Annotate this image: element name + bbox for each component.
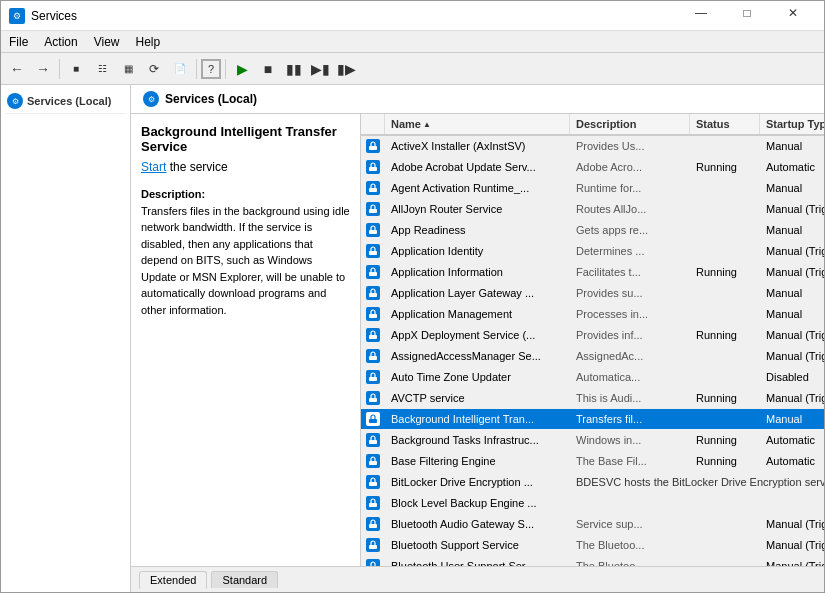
row-icon [366,328,380,342]
row-icon [366,391,380,405]
table-row[interactable]: Base Filtering Engine The Base Fil... Ru… [361,451,824,472]
detail-link-suffix: the service [166,160,227,174]
content-header: ⚙ Services (Local) [131,85,824,114]
content-header-label: Services (Local) [165,92,257,106]
row-icon [366,559,380,566]
row-name: Application Management [385,304,570,324]
tb-refresh[interactable]: ⟳ [142,57,166,81]
row-status [690,304,760,324]
row-startup: Manual (Trig... [760,325,824,345]
svg-rect-2 [369,188,377,192]
row-icon [366,307,380,321]
row-startup: Manual [760,136,824,156]
minimize-button[interactable]: — [678,0,724,28]
svg-rect-7 [369,293,377,297]
row-status [690,514,760,534]
table-row[interactable]: Agent Activation Runtime_... Runtime for… [361,178,824,199]
row-desc: The Bluetoo... [570,556,690,566]
row-name: Application Information [385,262,570,282]
sidebar-label: Services (Local) [27,95,111,107]
table-row[interactable]: Background Intelligent Tran... Transfers… [361,409,824,430]
row-name: Background Tasks Infrastruc... [385,430,570,450]
svg-rect-5 [369,251,377,255]
row-startup: Automatic [760,451,824,471]
tb-pause[interactable]: ▮▮ [282,57,306,81]
row-icon-cell [361,472,385,492]
row-status [690,493,760,513]
table-row[interactable]: AssignedAccessManager Se... AssignedAc..… [361,346,824,367]
menu-file[interactable]: File [1,33,36,50]
menu-view[interactable]: View [86,33,128,50]
close-button[interactable]: ✕ [770,0,816,28]
table-row[interactable]: AVCTP service This is Audi... Running Ma… [361,388,824,409]
maximize-button[interactable]: □ [724,0,770,28]
table-row[interactable]: AllJoyn Router Service Routes AllJo... M… [361,199,824,220]
table-row[interactable]: Bluetooth Support Service The Bluetoo...… [361,535,824,556]
table-row[interactable]: Background Tasks Infrastruc... Windows i… [361,430,824,451]
menu-help[interactable]: Help [128,33,169,50]
tb-forward[interactable]: → [31,57,55,81]
svg-rect-1 [369,167,377,171]
row-icon-cell [361,136,385,156]
row-name: AssignedAccessManager Se... [385,346,570,366]
table-row[interactable]: ActiveX Installer (AxInstSV) Provides Us… [361,136,824,157]
th-name[interactable]: Name ▲ [385,114,570,134]
table-row[interactable]: Bluetooth User Support Ser... The Blueto… [361,556,824,566]
row-desc: Service sup... [570,514,690,534]
table-row[interactable]: Bluetooth Audio Gateway S... Service sup… [361,514,824,535]
row-startup: Manual [760,409,824,429]
sidebar-header: ⚙ Services (Local) [5,89,126,114]
tb-list[interactable]: ☷ [90,57,114,81]
th-startup[interactable]: Startup Type [760,114,824,134]
row-icon-cell [361,241,385,261]
table-row[interactable]: App Readiness Gets apps re... Manual Loc… [361,220,824,241]
row-name: Application Identity [385,241,570,261]
row-icon [366,286,380,300]
menu-action[interactable]: Action [36,33,85,50]
tb-sep2 [196,59,197,79]
table-row[interactable]: Application Layer Gateway ... Provides s… [361,283,824,304]
row-icon [366,244,380,258]
row-name: AppX Deployment Service (... [385,325,570,345]
row-desc [570,493,690,513]
table-row[interactable]: Application Management Processes in... M… [361,304,824,325]
table-row[interactable]: Application Information Facilitates t...… [361,262,824,283]
tb-resume[interactable]: ▶▮ [308,57,332,81]
tb-stop[interactable]: ■ [256,57,280,81]
tb-properties[interactable]: ▦ [116,57,140,81]
table-header: Name ▲ Description Status Startup Type L… [361,114,824,136]
tb-back[interactable]: ← [5,57,29,81]
th-description[interactable]: Description [570,114,690,134]
row-desc: Automatica... [570,367,690,387]
sidebar-icon: ⚙ [7,93,23,109]
table-row[interactable]: AppX Deployment Service (... Provides in… [361,325,824,346]
row-startup: Disabled [760,367,824,387]
table-row[interactable]: Application Identity Determines ... Manu… [361,241,824,262]
tab-standard[interactable]: Standard [211,571,278,588]
row-desc: The Base Fil... [570,451,690,471]
tb-export[interactable]: 📄 [168,57,192,81]
tab-extended[interactable]: Extended [139,571,207,589]
row-name: App Readiness [385,220,570,240]
table-body[interactable]: ActiveX Installer (AxInstSV) Provides Us… [361,136,824,566]
row-icon-cell [361,283,385,303]
row-status [690,367,760,387]
tb-start[interactable]: ▶ [230,57,254,81]
row-status [690,220,760,240]
table-row[interactable]: Adobe Acrobat Update Serv... Adobe Acro.… [361,157,824,178]
tb-restart[interactable]: ▮▶ [334,57,358,81]
content-header-icon: ⚙ [143,91,159,107]
th-status[interactable]: Status [690,114,760,134]
table-row[interactable]: BitLocker Drive Encryption ... BDESVC ho… [361,472,824,493]
row-status: Running [690,451,760,471]
row-startup: Manual (Trig... [760,241,824,261]
row-icon [366,517,380,531]
table-row[interactable]: Block Level Backup Engine ... [361,493,824,514]
title-bar-left: ⚙ Services [9,8,77,24]
table-row[interactable]: Auto Time Zone Updater Automatica... Dis… [361,367,824,388]
detail-start-link[interactable]: Start [141,160,166,174]
svg-rect-15 [369,461,377,465]
tb-help[interactable]: ? [201,59,221,79]
svg-rect-4 [369,230,377,234]
tb-show-hide[interactable]: ■ [64,57,88,81]
